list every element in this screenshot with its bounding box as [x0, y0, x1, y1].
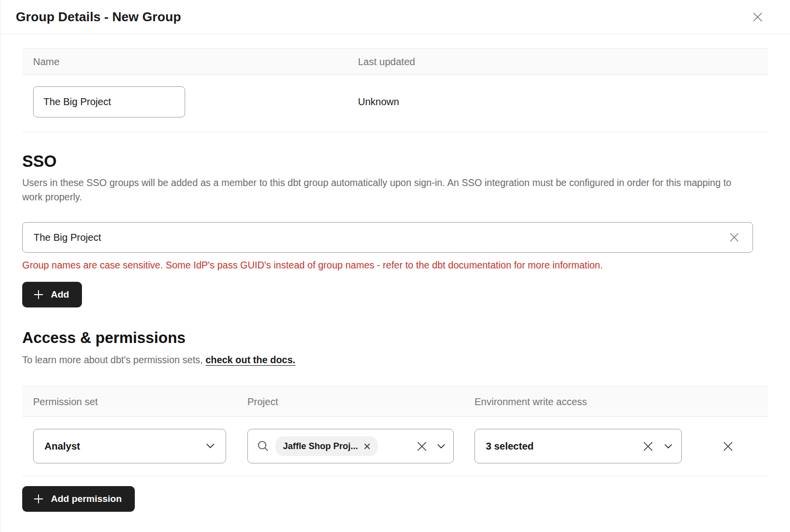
chevron-down-icon — [206, 443, 215, 449]
sso-description: Users in these SSO groups will be added … — [22, 176, 753, 204]
group-name-input[interactable] — [33, 86, 185, 117]
group-table-row: Unknown — [22, 75, 768, 132]
close-button[interactable] — [749, 8, 766, 26]
close-icon — [721, 440, 735, 453]
close-icon — [751, 10, 764, 24]
plus-icon — [33, 494, 44, 504]
permission-set-value: Analyst — [44, 441, 80, 452]
docs-link[interactable]: check out the docs. — [205, 354, 295, 365]
clear-icon — [728, 231, 741, 244]
clear-icon — [642, 440, 654, 453]
sso-group-field — [22, 222, 753, 253]
clear-icon — [416, 440, 428, 453]
remove-permission-row-button[interactable] — [719, 438, 737, 455]
project-chip[interactable]: Jaffle Shop Proj... — [276, 436, 378, 456]
sso-clear-button[interactable] — [726, 229, 743, 246]
last-updated-value: Unknown — [358, 96, 757, 108]
project-chip-label: Jaffle Shop Proj... — [283, 441, 358, 452]
permission-row: Analyst Jaffle Shop Proj... — [22, 417, 768, 476]
environment-write-access-select[interactable]: 3 selected — [474, 429, 682, 463]
column-header-project: Project — [247, 396, 474, 408]
add-permission-button[interactable]: Add permission — [22, 486, 135, 512]
environment-value: 3 selected — [486, 441, 534, 452]
group-table-header-row: Name Last updated — [22, 48, 768, 75]
environment-clear-button[interactable] — [640, 438, 656, 455]
sso-group-input[interactable] — [23, 232, 726, 243]
project-select[interactable]: Jaffle Shop Proj... — [247, 429, 454, 463]
group-details-modal: { "header": { "title": "Group Details - … — [0, 0, 790, 532]
group-name-table: Name Last updated Unknown — [22, 48, 768, 132]
chip-remove-icon[interactable] — [364, 443, 370, 450]
add-button-label: Add — [51, 289, 69, 300]
sso-error-message: Group names are case sensitive. Some IdP… — [22, 260, 768, 271]
chevron-down-icon — [664, 444, 672, 449]
column-header-last-updated: Last updated — [358, 56, 757, 68]
column-header-permission-set: Permission set — [33, 396, 247, 408]
sso-heading: SSO — [22, 152, 768, 171]
project-clear-button[interactable] — [414, 438, 430, 455]
chevron-down-icon — [437, 444, 445, 449]
plus-icon — [33, 289, 44, 300]
page-title: Group Details - New Group — [16, 9, 181, 25]
permission-set-select[interactable]: Analyst — [33, 429, 226, 463]
column-header-environment-write-access: Environment write access — [474, 396, 757, 408]
permissions-heading: Access & permissions — [22, 329, 768, 347]
column-header-name: Name — [33, 56, 358, 68]
add-sso-group-button[interactable]: Add — [22, 282, 82, 307]
permissions-header-row: Permission set Project Environment write… — [22, 386, 768, 417]
add-permission-button-label: Add permission — [51, 494, 122, 504]
permissions-table: Permission set Project Environment write… — [22, 386, 768, 476]
docs-text: To learn more about dbt's permission set… — [22, 354, 205, 365]
modal-header: Group Details - New Group — [0, 0, 790, 34]
modal-content: Name Last updated Unknown SSO Users in t… — [0, 48, 790, 512]
search-icon — [257, 440, 270, 453]
